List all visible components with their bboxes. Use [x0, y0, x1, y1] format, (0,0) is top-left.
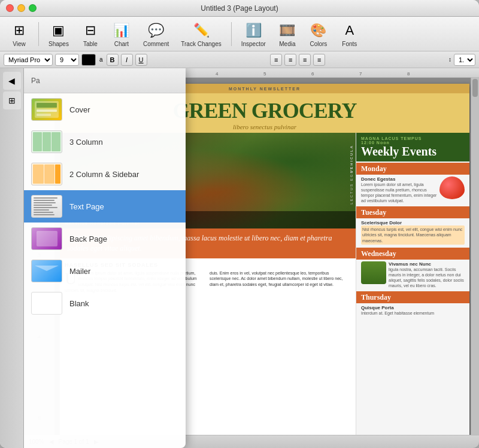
inspector-icon: ℹ️ [244, 21, 263, 40]
ruler-mark-8: 8 [407, 71, 410, 77]
tuesday-event-title: Scelerisque Dolor [361, 220, 465, 225]
main-area: ◀ ⊞ 1 2 3 4 5 6 7 8 1 2 3 [0, 68, 479, 448]
maximize-button[interactable] [29, 4, 37, 12]
mailer-label: Mailer [69, 267, 90, 276]
ruler-mark-4: 4 [216, 71, 218, 77]
font-select[interactable]: Myriad Pro [4, 54, 53, 66]
close-button[interactable] [6, 4, 14, 12]
thursday-event-title: Quisque Porta [361, 305, 465, 310]
toolbar: ⊞ View ▣ Shapes ⊟ Table 📊 Chart 💬 Commen… [0, 17, 479, 51]
3column-label: 3 Column [69, 138, 103, 147]
shapes-icon: ▣ [49, 21, 68, 40]
chart-icon: 📊 [112, 21, 131, 40]
monthly-newsletter-label: MONTHLY NEWSLETTER [229, 87, 301, 91]
toolbar-comment[interactable]: 💬 Comment [138, 19, 174, 50]
underline-button[interactable]: U [135, 54, 147, 66]
toolbar-chart[interactable]: 📊 Chart [107, 19, 136, 50]
track-changes-icon: ✏️ [192, 21, 211, 40]
toolbar-media[interactable]: 🎞️ Media [273, 19, 302, 50]
dropdown-item-3column[interactable]: 3 Column [24, 126, 186, 158]
asparagus-image [361, 261, 386, 284]
text-page-label: Text Page [69, 202, 104, 211]
toolbar-chart-label: Chart [114, 41, 129, 47]
font-size-select[interactable]: 9 [55, 54, 79, 66]
toolbar-fonts-label: Fonts [342, 41, 357, 47]
toolbar-fonts[interactable]: A Fonts [335, 19, 364, 50]
wednesday-event-title: Vivamus nec Nunc [389, 261, 465, 267]
minimize-button[interactable] [17, 4, 25, 12]
wednesday-label: Wednesday [361, 249, 465, 258]
cover-thumbnail [31, 98, 62, 121]
wednesday-event-body: ligula nostra, accumsan taciti. Sociis m… [389, 267, 465, 288]
tuesday-label: Tuesday [361, 208, 465, 217]
toolbar-table[interactable]: ⊟ Table [76, 19, 105, 50]
dropdown-item-blank[interactable]: Blank [24, 287, 186, 319]
toolbar-sep-1 [38, 22, 39, 46]
align-justify-button[interactable]: ≡ [313, 54, 325, 66]
mailer-thumbnail [31, 260, 62, 282]
monday-event-body: Lorem ipsum dolor sit amet, ligula suspe… [361, 182, 437, 203]
image-side-text2: LECTUS EGET [350, 166, 353, 205]
toolbar-shapes[interactable]: ▣ Shapes [44, 19, 74, 50]
ruler-mark-5: 5 [263, 71, 266, 77]
monday-event-title: Donec Egestas [361, 176, 437, 182]
align-center-button[interactable]: ≡ [284, 54, 296, 66]
titlebar: Untitled 3 (Page Layout) [0, 0, 479, 17]
toolbar-comment-label: Comment [143, 41, 169, 47]
toolbar-inspector[interactable]: ℹ️ Inspector [237, 19, 271, 50]
ruler-mark-6: 6 [311, 71, 314, 77]
blank-thumbnail [31, 292, 62, 315]
dropdown-header: Pa [24, 68, 186, 93]
toolbar-colors[interactable]: 🎨 Colors [304, 19, 333, 50]
colors-icon: 🎨 [309, 21, 328, 40]
page-container: 1 2 3 4 5 6 7 8 1 2 3 4 5 6 [24, 68, 479, 448]
dropdown-header-label: Pa [31, 77, 40, 85]
monday-event-text: Donec Egestas Lorem ipsum dolor sit amet… [361, 176, 437, 203]
tuesday-event-text: Scelerisque Dolor Nisl rhoncus turpis es… [361, 220, 465, 244]
cover-label: Cover [69, 105, 90, 114]
ruler-mark-7: 7 [359, 71, 362, 77]
dropdown-item-text-page[interactable]: Text Page [24, 190, 186, 223]
toolbar-table-label: Table [83, 41, 98, 47]
thursday-event: Quisque Porta Interdum at. Eget habitass… [356, 303, 469, 318]
thursday-label: Thursday [361, 293, 465, 302]
toolbar-view[interactable]: ⊞ View [5, 19, 34, 50]
window-controls [6, 4, 37, 12]
tuesday-event: Scelerisque Dolor Nisl rhoncus turpis es… [356, 218, 469, 246]
dropdown-item-2column-sidebar[interactable]: 2 Column & Sidebar [24, 158, 186, 190]
text-color-picker[interactable] [81, 54, 96, 66]
dropdown-item-back-page[interactable]: Back Page [24, 223, 186, 255]
media-icon: 🎞️ [278, 21, 297, 40]
tuesday-event-body: Nisl rhoncus turpis est, vel elit, congu… [361, 225, 465, 244]
tuesday-header: Tuesday [356, 206, 469, 218]
monday-event: Donec Egestas Lorem ipsum dolor sit amet… [356, 175, 469, 205]
events-header: MAGNA LACUS TEMPUS 12:00 Noon Weekly Eve… [356, 133, 469, 161]
text-page-thumbnail [31, 195, 62, 218]
vertical-scrollbar[interactable] [471, 78, 479, 435]
comment-icon: 💬 [147, 21, 166, 40]
align-left-button[interactable]: ≡ [270, 54, 282, 66]
sidebar-nav-icon[interactable]: ◀ [3, 72, 21, 90]
monday-label: Monday [361, 164, 465, 173]
window-title: Untitled 3 (Page Layout) [201, 4, 278, 13]
2column-sidebar-thumbnail [31, 163, 62, 185]
italic-button[interactable]: I [121, 54, 133, 66]
sidebar-view-icon[interactable]: ⊞ [3, 92, 21, 109]
toolbar-track-changes-label: Track Changes [181, 41, 221, 47]
tomato-image [439, 176, 465, 199]
newsletter-events-column: MAGNA LACUS TEMPUS 12:00 Noon Weekly Eve… [356, 133, 469, 440]
wednesday-event-text: Vivamus nec Nunc ligula nostra, accumsan… [389, 261, 465, 288]
toolbar-sep-2 [231, 22, 232, 46]
format-bar: Myriad Pro 9 a B I U ≡ ≡ ≡ ≡ ↕ 1.1 [0, 51, 479, 68]
dropdown-item-mailer[interactable]: Mailer [24, 255, 186, 287]
line-spacing-select[interactable]: 1.1 [454, 54, 475, 66]
left-sidebar: ◀ ⊞ [0, 68, 24, 448]
table-icon: ⊟ [81, 21, 100, 40]
toolbar-colors-label: Colors [310, 41, 327, 47]
toolbar-media-label: Media [279, 41, 295, 47]
events-time-label: MAGNA LACUS TEMPUS [361, 136, 465, 141]
bold-button[interactable]: B [107, 54, 119, 66]
align-right-button[interactable]: ≡ [299, 54, 311, 66]
toolbar-track-changes[interactable]: ✏️ Track Changes [176, 19, 226, 50]
dropdown-item-cover[interactable]: Cover [24, 93, 186, 126]
